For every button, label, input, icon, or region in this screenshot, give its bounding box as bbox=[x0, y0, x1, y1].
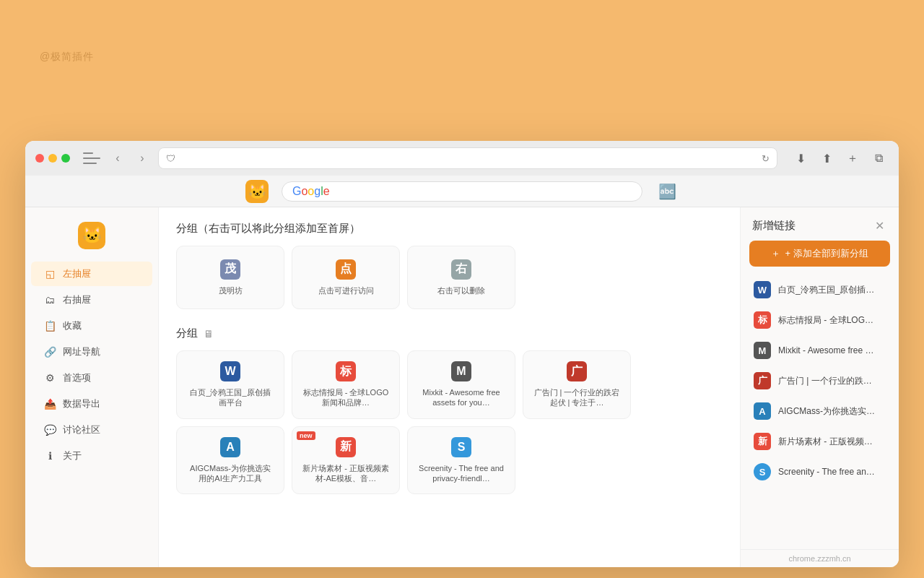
panel-item-3[interactable]: M Mixkit - Awesome free … bbox=[746, 336, 893, 365]
label-screenity: Screenity - The free and privacy-friendl… bbox=[415, 463, 507, 484]
sidebar-item-nav[interactable]: 🔗 网址导航 bbox=[31, 340, 152, 364]
panel-item-7[interactable]: S Screenity - The free an… bbox=[746, 457, 893, 486]
sidebar-item-right-drawer[interactable]: 🗂 右抽屉 bbox=[31, 288, 152, 312]
bookmark-card-lg-5[interactable]: A AIGCMass-为你挑选实用的AI生产力工具 bbox=[176, 426, 284, 495]
share-button[interactable]: ⬆ bbox=[816, 148, 837, 168]
bookmark-card-2[interactable]: 点 点击可进行访问 bbox=[292, 246, 400, 309]
traffic-lights bbox=[35, 154, 70, 163]
panel-item-text-7: Screenity - The free an… bbox=[778, 467, 886, 477]
sidebar-item-left-drawer[interactable]: ◱ 左抽屉 bbox=[31, 262, 152, 286]
monitor-icon: 🖥 bbox=[204, 328, 214, 340]
sidebar-item-preferences[interactable]: ⚙ 首选项 bbox=[31, 366, 152, 390]
group1-bookmarks: 茂 茂明坊 点 点击可进行访问 右 右击可以删除 bbox=[176, 246, 723, 309]
maximize-button[interactable] bbox=[61, 154, 70, 163]
bookmark-favicon-3: 右 bbox=[451, 259, 471, 280]
sidebar-logo: 🐱 bbox=[25, 216, 158, 261]
sidebar-toggle-button[interactable] bbox=[82, 151, 102, 165]
tabs-button[interactable]: ⧉ bbox=[868, 148, 889, 168]
google-search-input[interactable] bbox=[336, 186, 632, 197]
app-logo-icon: 🐱 bbox=[245, 180, 269, 203]
bookmark-card-lg-7[interactable]: S Screenity - The free and privacy-frien… bbox=[407, 426, 515, 495]
sidebar-item-community[interactable]: 💬 讨论社区 bbox=[31, 418, 152, 442]
bookmark-card-3[interactable]: 右 右击可以删除 bbox=[407, 246, 515, 309]
bookmark-card-lg-6[interactable]: new 新 新片场素材 - 正版视频素材-AE模板、音… bbox=[292, 426, 400, 495]
label-xinpian: 新片场素材 - 正版视频素材-AE模板、音… bbox=[300, 463, 392, 484]
panel-item-4[interactable]: 广 广告门 | 一个行业的跌… bbox=[746, 366, 893, 395]
left-sidebar: 🐱 ◱ 左抽屉 🗂 右抽屉 📋 收藏 🔗 网址导航 ⚙ 首选项 bbox=[25, 207, 159, 567]
reload-icon[interactable]: ↻ bbox=[762, 153, 770, 164]
sidebar-label-about: 关于 bbox=[63, 449, 82, 462]
new-badge: new bbox=[297, 431, 315, 440]
export-icon: 📤 bbox=[44, 398, 56, 410]
preferences-icon: ⚙ bbox=[44, 372, 56, 384]
group2-header: 分组 🖥 bbox=[176, 327, 723, 340]
bookmark-label-1: 茂明坊 bbox=[213, 285, 248, 296]
group1-title: 分组（右击可以将此分组添加至首屏） bbox=[176, 222, 723, 236]
sidebar-item-about[interactable]: ℹ 关于 bbox=[31, 444, 152, 468]
sidebar-item-export[interactable]: 📤 数据导出 bbox=[31, 392, 152, 416]
panel-item-text-3: Mixkit - Awesome free … bbox=[778, 345, 886, 355]
panel-item-5[interactable]: A AIGCMass-为你挑选实… bbox=[746, 397, 893, 426]
panel-item-text-6: 新片场素材 - 正版视频… bbox=[778, 436, 886, 448]
bookmark-card-lg-1[interactable]: W 白页_泠鸦王国_原创插画平台 bbox=[176, 350, 284, 419]
sidebar-label-left-drawer: 左抽屉 bbox=[63, 267, 91, 280]
status-url: chrome.zzzmh.cn bbox=[788, 554, 850, 563]
favorites-icon: 📋 bbox=[44, 320, 56, 332]
browser-toolbar-2: 🐱 Google 🔤 bbox=[25, 176, 899, 207]
panel-item-1[interactable]: W 白页_泠鸦王国_原创插… bbox=[746, 275, 893, 304]
minimize-button[interactable] bbox=[48, 154, 57, 163]
favicon-aigcmass: A bbox=[220, 437, 240, 457]
translate-icon[interactable]: 🔤 bbox=[655, 180, 679, 203]
favicon-xinpian: 新 bbox=[336, 437, 356, 457]
back-button[interactable]: ‹ bbox=[109, 150, 126, 167]
nav-icon: 🔗 bbox=[44, 346, 56, 358]
watermark: @极简插件 bbox=[40, 51, 94, 64]
main-area: 🐱 ◱ 左抽屉 🗂 右抽屉 📋 收藏 🔗 网址导航 ⚙ 首选项 bbox=[25, 207, 899, 567]
shield-icon: 🛡 bbox=[166, 153, 175, 164]
new-tab-button[interactable]: ＋ bbox=[842, 148, 863, 168]
panel-favicon-6: 新 bbox=[754, 433, 771, 450]
forward-button[interactable]: › bbox=[134, 150, 151, 167]
sidebar-label-community: 讨论社区 bbox=[63, 423, 100, 436]
download-button[interactable]: ⬇ bbox=[790, 148, 811, 168]
panel-list: W 白页_泠鸦王国_原创插… 标 标志情报局 - 全球LOG… M Mixkit… bbox=[741, 275, 899, 549]
label-biaozhihui: 标志情报局 - 全球LOGO新闻和品牌… bbox=[300, 387, 392, 408]
sidebar-label-favorites: 收藏 bbox=[63, 319, 82, 332]
bookmark-favicon-2: 点 bbox=[336, 259, 356, 280]
panel-favicon-1: W bbox=[754, 281, 771, 298]
community-icon: 💬 bbox=[44, 424, 56, 436]
panel-favicon-3: M bbox=[754, 342, 771, 359]
left-drawer-icon: ◱ bbox=[44, 268, 56, 280]
bookmark-card-lg-3[interactable]: M Mixkit - Awesome free assets for you… bbox=[407, 350, 515, 419]
sidebar-label-nav: 网址导航 bbox=[63, 345, 100, 358]
panel-item-2[interactable]: 标 标志情报局 - 全球LOG… bbox=[746, 306, 893, 335]
bookmark-card-lg-2[interactable]: 标 标志情报局 - 全球LOGO新闻和品牌… bbox=[292, 350, 400, 419]
center-content: 分组（右击可以将此分组添加至首屏） 茂 茂明坊 点 点击可进行访问 右 右击可以… bbox=[159, 207, 740, 567]
google-logo: Google bbox=[292, 185, 330, 198]
favicon-biaozhihui: 标 bbox=[336, 361, 356, 381]
address-input[interactable] bbox=[181, 153, 756, 164]
add-to-group-label: + 添加全部到新分组 bbox=[785, 247, 868, 260]
bookmark-card-1[interactable]: 茂 茂明坊 bbox=[176, 246, 284, 309]
plus-icon: ＋ bbox=[771, 247, 780, 260]
panel-item-6[interactable]: 新 新片场素材 - 正版视频… bbox=[746, 427, 893, 456]
sidebar-label-export: 数据导出 bbox=[63, 397, 100, 410]
sidebar-item-favorites[interactable]: 📋 收藏 bbox=[31, 314, 152, 338]
panel-close-button[interactable]: ✕ bbox=[871, 217, 887, 233]
favicon-guangmen: 广 bbox=[567, 361, 587, 381]
close-button[interactable] bbox=[35, 154, 44, 163]
bookmark-label-2: 点击可进行访问 bbox=[313, 285, 380, 296]
status-bar: chrome.zzzmh.cn bbox=[741, 549, 899, 567]
about-icon: ℹ bbox=[44, 450, 56, 462]
favicon-baimu: W bbox=[220, 361, 240, 381]
favicon-screenity: S bbox=[451, 437, 471, 457]
panel-favicon-4: 广 bbox=[754, 372, 771, 389]
sidebar-label-preferences: 首选项 bbox=[63, 371, 91, 384]
right-panel: 新增链接 ✕ ＋ + 添加全部到新分组 W 白页_泠鸦王国_原创插… 标 标志情… bbox=[740, 207, 899, 567]
add-to-group-button[interactable]: ＋ + 添加全部到新分组 bbox=[749, 241, 890, 267]
panel-favicon-2: 标 bbox=[754, 311, 771, 329]
group2-title: 分组 bbox=[176, 327, 198, 340]
bookmark-card-lg-4[interactable]: 广 广告门 | 一个行业的跌宕起伏 | 专注于… bbox=[523, 350, 631, 419]
google-search-bar[interactable]: Google bbox=[282, 181, 642, 202]
panel-title: 新增链接 bbox=[752, 219, 796, 233]
